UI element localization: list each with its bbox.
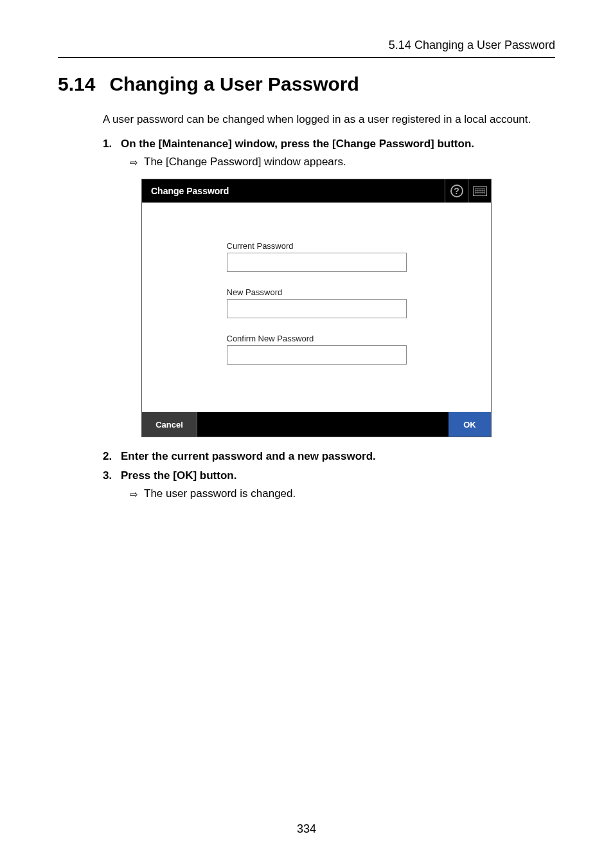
new-password-label: New Password [227, 287, 407, 297]
step-3-number: 3. [103, 469, 121, 482]
step-2-text: Enter the current password and a new pas… [121, 450, 376, 463]
change-password-dialog: Change Password ? Current Password New P… [141, 179, 492, 437]
keyboard-icon [473, 186, 487, 196]
footer-spacer [197, 412, 449, 437]
step-2: 2. Enter the current password and a new … [103, 450, 555, 463]
dialog-title: Change Password [151, 186, 229, 196]
section-title: Changing a User Password [109, 73, 359, 95]
confirm-password-label: Confirm New Password [227, 334, 407, 343]
current-password-label: Current Password [227, 241, 407, 251]
step-2-number: 2. [103, 450, 121, 463]
dialog-titlebar: Change Password ? [142, 179, 491, 203]
result-arrow-icon: ⇨ [130, 487, 144, 502]
keyboard-button[interactable] [468, 179, 491, 203]
page-number: 334 [0, 822, 613, 836]
step-3: 3. Press the [OK] button. ⇨ The user pas… [103, 469, 555, 502]
help-icon: ? [450, 185, 463, 197]
confirm-password-input[interactable] [227, 345, 407, 365]
dialog-footer: Cancel OK [142, 412, 491, 437]
dialog-body: Current Password New Password Confirm Ne… [142, 203, 491, 412]
section-number: 5.14 [58, 73, 95, 95]
current-password-input[interactable] [227, 253, 407, 272]
header-rule [58, 57, 555, 58]
step-1-text: On the [Maintenance] window, press the [… [121, 138, 474, 150]
result-arrow-icon: ⇨ [130, 156, 144, 170]
step-1: 1. On the [Maintenance] window, press th… [103, 138, 555, 170]
running-head: 5.14 Changing a User Password [58, 39, 555, 52]
section-heading: 5.14 Changing a User Password [58, 73, 555, 95]
step-1-result: The [Change Password] window appears. [144, 156, 346, 170]
intro-text: A user password can be changed when logg… [103, 113, 555, 126]
cancel-button[interactable]: Cancel [142, 412, 197, 437]
new-password-input[interactable] [227, 299, 407, 318]
step-3-result: The user password is changed. [144, 487, 296, 502]
step-3-text: Press the [OK] button. [121, 469, 236, 482]
step-1-number: 1. [103, 138, 121, 150]
help-button[interactable]: ? [445, 179, 468, 203]
ok-button[interactable]: OK [449, 412, 491, 437]
